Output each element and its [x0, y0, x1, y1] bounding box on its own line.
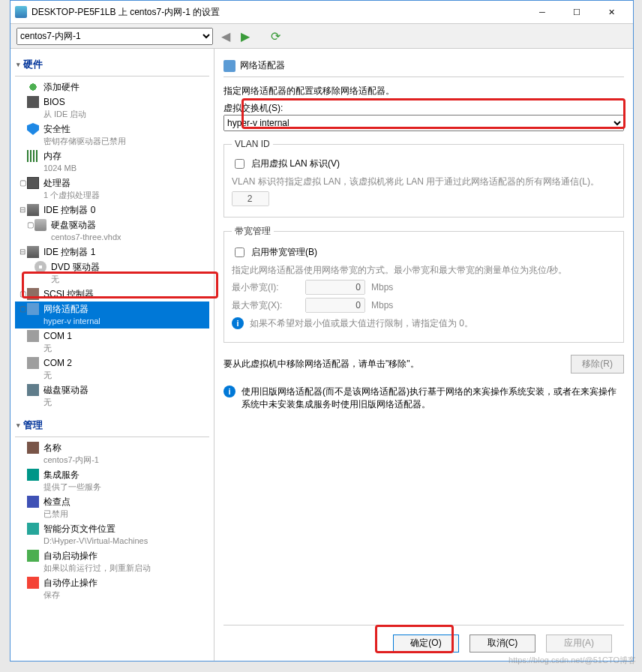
- vlan-hint: VLAN 标识符指定虚拟 LAN，该虚拟机将此 LAN 用于通过此网络适配器的所…: [232, 176, 616, 188]
- content-header: 网络适配器: [224, 56, 624, 77]
- item-add-hardware[interactable]: 添加硬件: [15, 80, 209, 94]
- unit-label: Mbps: [371, 300, 393, 310]
- refresh-button[interactable]: ⟳: [268, 29, 282, 43]
- item-ide0[interactable]: ⊟IDE 控制器 0: [15, 202, 209, 218]
- item-security[interactable]: 安全性密钥存储驱动器已禁用: [15, 122, 209, 148]
- max-bw-label: 最大带宽(X):: [232, 299, 299, 312]
- shield-icon: [27, 123, 39, 135]
- services-icon: [27, 469, 39, 481]
- network-icon: [27, 303, 39, 315]
- titlebar: DESKTOP-PE5F1LB 上 centos7-内网-1 的设置 ─ ☐ ✕: [10, 1, 633, 23]
- settings-window: DESKTOP-PE5F1LB 上 centos7-内网-1 的设置 ─ ☐ ✕…: [10, 0, 634, 662]
- vm-selector[interactable]: centos7-内网-1: [16, 28, 213, 45]
- cancel-button[interactable]: 取消(C): [470, 634, 536, 652]
- content-title: 网络适配器: [240, 59, 285, 72]
- close-button[interactable]: ✕: [594, 2, 628, 22]
- unit-label: Mbps: [371, 282, 393, 292]
- ide-icon: [27, 246, 39, 258]
- bandwidth-fieldset: 带宽管理 启用带宽管理(B) 指定此网络适配器使用网络带宽的方式。最小带宽和最大…: [224, 225, 624, 343]
- bandwidth-enable-label: 启用带宽管理(B): [251, 246, 317, 259]
- management-section: ▾管理: [15, 416, 209, 437]
- minimize-button[interactable]: ─: [525, 2, 560, 22]
- item-cpu[interactable]: ▢处理器1 个虚拟处理器: [15, 176, 209, 202]
- vlan-id-input[interactable]: [232, 191, 269, 206]
- start-icon: [27, 550, 39, 562]
- floppy-icon: [27, 384, 39, 396]
- apply-button[interactable]: 应用(A): [546, 634, 612, 652]
- vlan-fieldset: VLAN ID 启用虚拟 LAN 标识(V) VLAN 标识符指定虚拟 LAN，…: [224, 139, 624, 218]
- bandwidth-tip: 如果不希望对最小值或最大值进行限制，请指定值为 0。: [250, 317, 473, 330]
- scsi-icon: [27, 288, 39, 300]
- vlan-enable-label: 启用虚拟 LAN 标识(V): [251, 158, 340, 170]
- item-memory[interactable]: 内存1024 MB: [15, 148, 209, 176]
- sidebar: ▾硬件 添加硬件 BIOS从 IDE 启动 安全性密钥存储驱动器已禁用 内存10…: [10, 49, 214, 661]
- item-hdd[interactable]: ▢硬盘驱动器centos7-three.vhdx: [15, 218, 209, 244]
- window-title: DESKTOP-PE5F1LB 上 centos7-内网-1 的设置: [32, 6, 525, 19]
- forward-button[interactable]: ▶: [238, 29, 252, 43]
- remove-button[interactable]: 移除(R): [571, 355, 624, 374]
- content-description: 指定网络适配器的配置或移除网络适配器。: [224, 77, 624, 102]
- hardware-section: ▾硬件: [15, 55, 209, 76]
- bandwidth-enable-checkbox[interactable]: [235, 248, 244, 257]
- item-floppy[interactable]: 磁盘驱动器无: [15, 382, 209, 410]
- name-icon: [27, 442, 39, 454]
- bios-icon: [27, 96, 39, 108]
- min-bw-input[interactable]: [305, 280, 365, 295]
- legacy-info: 使用旧版网络适配器(而不是该网络适配器)执行基于网络的来宾操作系统安装，或者在来…: [242, 386, 624, 411]
- content-panel: 网络适配器 指定网络适配器的配置或移除网络适配器。 虚拟交换机(S): hype…: [214, 49, 633, 661]
- paging-icon: [27, 523, 39, 535]
- max-bw-input[interactable]: [305, 298, 365, 313]
- item-ide1[interactable]: ⊟IDE 控制器 1: [15, 244, 209, 260]
- memory-icon: [27, 150, 39, 162]
- vswitch-select[interactable]: hyper-v internal: [224, 115, 624, 131]
- dvd-icon: [34, 261, 46, 273]
- item-auto-stop[interactable]: 自动停止操作保存: [15, 575, 209, 602]
- app-icon: [15, 6, 27, 18]
- toolbar: centos7-内网-1 ◀ ▶ ⟳: [10, 23, 633, 49]
- item-network-adapter[interactable]: ▢网络适配器hyper-v internal: [15, 302, 209, 328]
- button-bar: 确定(O) 取消(C) 应用(A): [224, 625, 624, 661]
- min-bw-label: 最小带宽(I):: [232, 281, 299, 294]
- com-icon: [27, 330, 39, 342]
- bandwidth-legend: 带宽管理: [232, 225, 274, 238]
- remove-text: 要从此虚拟机中移除网络适配器，请单击"移除"。: [224, 358, 419, 370]
- item-com2[interactable]: COM 2无: [15, 356, 209, 382]
- vlan-enable-checkbox[interactable]: [235, 159, 244, 169]
- item-integration-services[interactable]: 集成服务提供了一些服务: [15, 467, 209, 494]
- item-scsi[interactable]: ▢SCSI 控制器: [15, 286, 209, 302]
- add-icon: [27, 81, 39, 93]
- vswitch-label: 虚拟交换机(S):: [224, 102, 624, 115]
- network-icon: [224, 60, 236, 72]
- item-checkpoints[interactable]: 检查点已禁用: [15, 494, 209, 521]
- cpu-icon: [27, 177, 39, 189]
- checkpoint-icon: [27, 496, 39, 508]
- stop-icon: [27, 577, 39, 589]
- ok-button[interactable]: 确定(O): [393, 634, 459, 652]
- bandwidth-hint: 指定此网络适配器使用网络带宽的方式。最小带宽和最大带宽的测量单位为兆位/秒。: [232, 264, 616, 277]
- vswitch-field: 虚拟交换机(S): hyper-v internal: [224, 102, 624, 136]
- ide-icon: [27, 204, 39, 216]
- vlan-legend: VLAN ID: [232, 139, 273, 149]
- item-dvd[interactable]: DVD 驱动器无: [15, 260, 209, 286]
- item-com1[interactable]: COM 1无: [15, 328, 209, 356]
- maximize-button[interactable]: ☐: [560, 2, 594, 22]
- back-button[interactable]: ◀: [219, 29, 232, 43]
- item-auto-start[interactable]: 自动启动操作如果以前运行过，则重新启动: [15, 548, 209, 575]
- item-name[interactable]: 名称centos7-内网-1: [15, 440, 209, 467]
- com-icon: [27, 357, 39, 369]
- info-icon: i: [224, 386, 236, 398]
- item-smart-paging[interactable]: 智能分页文件位置D:\Hyper-V\Virtual-Machines: [15, 521, 209, 548]
- info-icon: i: [232, 317, 244, 329]
- disk-icon: [34, 219, 46, 231]
- item-bios[interactable]: BIOS从 IDE 启动: [15, 94, 209, 122]
